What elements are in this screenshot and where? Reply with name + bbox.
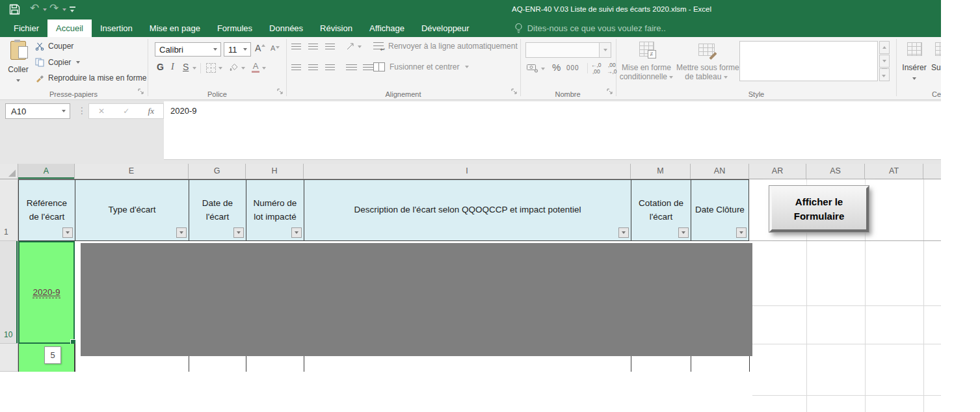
header-cell-type[interactable]: Type d'écart bbox=[75, 179, 189, 241]
fill-color-icon[interactable] bbox=[229, 62, 239, 75]
currency-format-icon[interactable] bbox=[527, 64, 538, 75]
align-left-icon[interactable] bbox=[291, 64, 301, 71]
column-header-AN[interactable]: AN bbox=[691, 164, 749, 179]
decrease-decimal-button[interactable]: ,00 →,0 bbox=[607, 62, 617, 75]
insert-function-icon[interactable]: fx bbox=[148, 106, 154, 116]
filter-button[interactable] bbox=[176, 227, 187, 238]
name-box-dropdown-icon[interactable] bbox=[62, 110, 66, 112]
cell-styles-gallery[interactable] bbox=[739, 41, 878, 81]
gallery-scroll-down-button[interactable] bbox=[879, 55, 890, 68]
format-as-table-button[interactable]: Mettre sous forme de tableau bbox=[676, 40, 736, 96]
underline-dropdown-icon[interactable] bbox=[192, 67, 196, 70]
increase-decimal-button[interactable]: ←,0 ,00 bbox=[591, 62, 602, 75]
number-dialog-launcher-icon[interactable] bbox=[607, 88, 613, 95]
customize-qat-arrow-icon[interactable] bbox=[70, 10, 74, 12]
column-header-I[interactable]: I bbox=[304, 164, 631, 179]
column-header-partial[interactable] bbox=[923, 164, 941, 179]
alignment-dialog-launcher-icon[interactable] bbox=[511, 88, 518, 95]
font-name-select[interactable]: Calibri bbox=[155, 42, 221, 57]
font-size-select[interactable]: 11 bbox=[224, 42, 251, 57]
enter-icon[interactable]: ✓ bbox=[123, 107, 129, 116]
header-cell-description[interactable]: Description de l'écart selon QQOQCCP et … bbox=[304, 179, 631, 241]
orientation-icon[interactable] bbox=[346, 42, 355, 53]
gallery-more-button[interactable] bbox=[879, 68, 890, 81]
cell-A11[interactable]: 5 bbox=[18, 344, 75, 372]
font-color-dropdown-icon[interactable] bbox=[262, 67, 266, 70]
row-header-1[interactable]: 1 bbox=[0, 179, 18, 241]
percent-style-button[interactable]: % bbox=[552, 62, 561, 73]
header-cell-date[interactable]: Date de l'écart bbox=[189, 179, 246, 241]
header-cell-reference[interactable]: Référence de l'écart bbox=[18, 179, 75, 241]
afficher-formulaire-button[interactable]: Afficher le Formulaire bbox=[769, 186, 869, 232]
column-header-AT[interactable]: AT bbox=[865, 164, 923, 179]
name-box[interactable]: A10 bbox=[5, 103, 70, 119]
filter-button[interactable] bbox=[678, 227, 689, 238]
filter-button[interactable] bbox=[618, 227, 629, 238]
font-color-button[interactable]: A bbox=[252, 61, 259, 73]
filter-button[interactable] bbox=[62, 227, 73, 238]
customize-qat-icon[interactable] bbox=[70, 6, 75, 8]
increase-indent-icon[interactable] bbox=[363, 64, 374, 71]
undo-icon[interactable]: ↶ bbox=[30, 3, 39, 14]
cell-A10-link[interactable]: 2020-9 bbox=[33, 287, 60, 298]
decrease-indent-icon[interactable] bbox=[346, 64, 357, 71]
tab-affichage[interactable]: Affichage bbox=[361, 19, 413, 37]
currency-dropdown-icon[interactable] bbox=[541, 68, 545, 70]
tab-formules[interactable]: Formules bbox=[209, 19, 261, 37]
grow-font-button[interactable]: A bbox=[255, 43, 265, 53]
wrap-text-button[interactable]: ↩ Renvoyer à la ligne automatiquement bbox=[373, 42, 518, 51]
filter-button[interactable] bbox=[736, 227, 747, 238]
align-top-icon[interactable] bbox=[291, 44, 301, 51]
font-dialog-launcher-icon[interactable] bbox=[277, 88, 284, 95]
align-middle-icon[interactable] bbox=[308, 44, 318, 51]
underline-button[interactable]: S bbox=[183, 62, 189, 72]
column-header-M[interactable]: M bbox=[631, 164, 691, 179]
shrink-font-button[interactable]: A bbox=[271, 44, 280, 52]
gallery-scroll-up-button[interactable] bbox=[879, 41, 890, 54]
paste-button[interactable]: Coller bbox=[5, 40, 31, 90]
borders-icon[interactable] bbox=[206, 63, 216, 73]
clipboard-dialog-launcher-icon[interactable] bbox=[138, 88, 144, 95]
filter-button[interactable] bbox=[291, 227, 302, 238]
number-format-select[interactable] bbox=[525, 42, 611, 58]
gray-shape-overlay[interactable] bbox=[81, 243, 752, 356]
header-cell-lot[interactable]: Numéro de lot impacté bbox=[246, 179, 304, 241]
redo-dropdown-icon[interactable] bbox=[62, 8, 66, 11]
tab-donnees[interactable]: Données bbox=[261, 19, 311, 37]
align-bottom-icon[interactable] bbox=[325, 44, 335, 51]
column-header-AR[interactable]: AR bbox=[749, 164, 806, 179]
undo-dropdown-icon[interactable] bbox=[43, 8, 47, 11]
cell-A10-selected[interactable]: 2020-9 bbox=[18, 241, 75, 344]
header-cell-cloture[interactable]: Date Clôture bbox=[691, 179, 749, 241]
column-header-A[interactable]: A bbox=[18, 164, 75, 179]
number-format-dropdown[interactable] bbox=[599, 43, 611, 57]
column-header-G[interactable]: G bbox=[189, 164, 246, 179]
align-center-icon[interactable] bbox=[308, 64, 318, 71]
formula-bar-input[interactable] bbox=[164, 101, 941, 160]
borders-dropdown-icon[interactable] bbox=[219, 67, 222, 70]
formula-bar-drag-handle[interactable]: ⋮ bbox=[77, 105, 86, 116]
cut-button[interactable]: Couper bbox=[35, 42, 73, 51]
filter-button[interactable] bbox=[233, 227, 244, 238]
copy-button[interactable]: Copier bbox=[35, 58, 80, 67]
tab-insertion[interactable]: Insertion bbox=[92, 19, 141, 37]
tab-accueil[interactable]: Accueil bbox=[47, 19, 92, 37]
tab-fichier[interactable]: Fichier bbox=[5, 19, 47, 37]
row-header-11[interactable] bbox=[0, 344, 18, 372]
row-header-10[interactable]: 10 bbox=[0, 241, 18, 344]
align-right-icon[interactable] bbox=[325, 64, 335, 71]
insert-cells-button[interactable]: Insérer bbox=[899, 40, 930, 96]
tab-developpeur[interactable]: Développeur bbox=[413, 19, 478, 37]
fill-color-dropdown-icon[interactable] bbox=[241, 67, 245, 70]
cancel-icon[interactable]: ✕ bbox=[98, 107, 105, 116]
bold-button[interactable]: G bbox=[157, 62, 164, 72]
cell-A11-value-box[interactable]: 5 bbox=[44, 346, 61, 364]
save-icon[interactable] bbox=[9, 4, 20, 18]
conditional-formatting-button[interactable]: ≠ Mise en forme conditionnelle bbox=[618, 40, 675, 96]
redo-icon[interactable]: ↷ bbox=[49, 3, 59, 14]
tab-mise-en-page[interactable]: Mise en page bbox=[141, 19, 209, 37]
column-header-E[interactable]: E bbox=[75, 164, 189, 179]
tab-revision[interactable]: Révision bbox=[311, 19, 361, 37]
merge-center-button[interactable]: Fusionner et centrer bbox=[373, 62, 469, 71]
header-cell-cotation[interactable]: Cotation de l'écart bbox=[631, 179, 691, 241]
